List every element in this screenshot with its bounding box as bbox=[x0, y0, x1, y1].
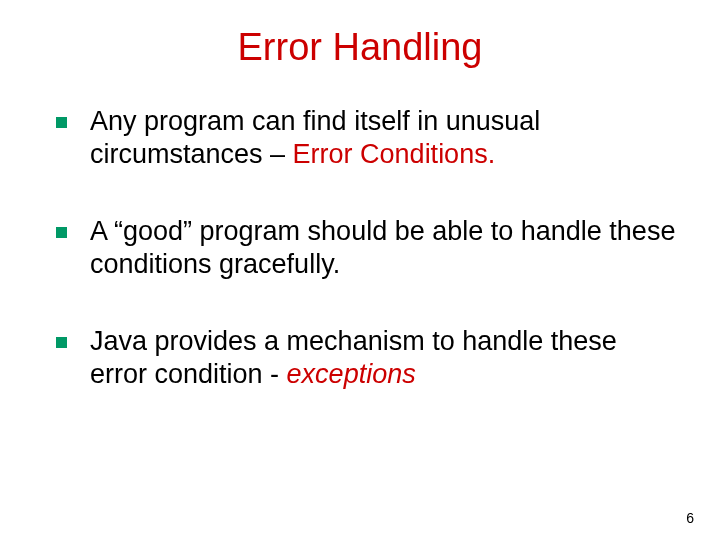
list-item: A “good” program should be able to handl… bbox=[48, 215, 680, 281]
slide-title: Error Handling bbox=[40, 26, 680, 69]
italic-emphasis-text: exceptions bbox=[287, 359, 416, 389]
bullet-list: Any program can find itself in unusual c… bbox=[40, 105, 680, 391]
bullet-text: A “good” program should be able to handl… bbox=[90, 216, 675, 279]
list-item: Any program can find itself in unusual c… bbox=[48, 105, 680, 171]
list-item: Java provides a mechanism to handle thes… bbox=[48, 325, 680, 391]
emphasis-text: Error Conditions. bbox=[293, 139, 496, 169]
page-number: 6 bbox=[686, 510, 694, 526]
slide: Error Handling Any program can find itse… bbox=[0, 0, 720, 540]
